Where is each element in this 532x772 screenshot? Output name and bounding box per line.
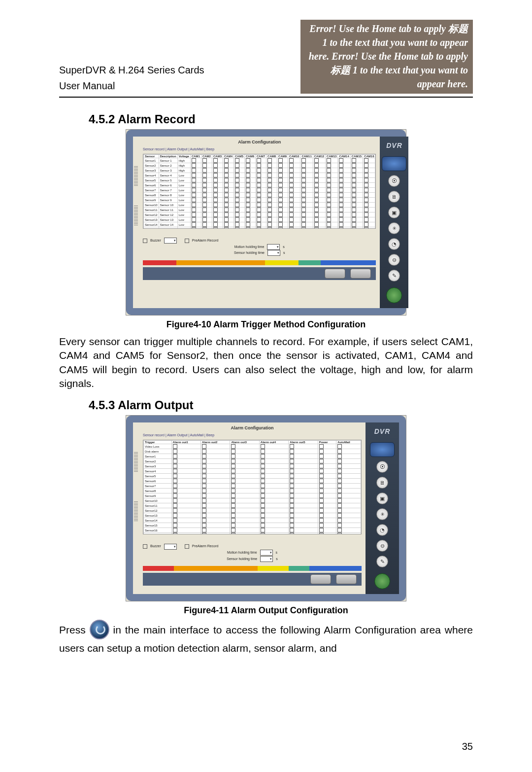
cancel-button[interactable] [336,574,357,584]
table-row[interactable]: Sensor9 [144,493,361,498]
dialog-button-bar [143,267,376,280]
error-banner: Error! Use the Home tab to apply 标题 1 to… [300,20,473,94]
table-row[interactable]: Sensor16 [144,528,361,533]
resize-handle-icon [134,501,138,521]
table-row[interactable]: Sensor8Sensor 8Low [144,193,375,198]
settings-icon[interactable]: ✳ [376,508,388,520]
body-paragraph-1: Every sensor can trigger multiple channe… [59,335,473,390]
section-heading-alarm-output: 4.5.3 Alarm Output [89,398,473,412]
table-row[interactable]: Sensor10 [144,498,361,503]
table-row[interactable]: Video Loss [144,444,361,449]
trigger-table[interactable]: TriggerAlarm out1Alarm out2 Alarm out3Al… [143,440,362,534]
table-row[interactable]: Sensor15Sensor 15Low [144,227,375,229]
motion-hold-dropdown[interactable] [267,244,280,250]
table-row[interactable]: Sensor2 [144,459,361,464]
settings-icon[interactable]: ✳ [388,222,400,234]
table-row[interactable]: Sensor3Sensor 3High [144,168,375,173]
figure-4-10-caption: Figure4-10 Alarm Trigger Method Configur… [59,319,473,330]
config-tabs[interactable]: Sensor record | Alarm Output | AutoMail … [143,147,376,151]
table-row[interactable]: Sensor2Sensor 2High [144,163,375,168]
table-row[interactable]: Sensor12 [144,508,361,513]
playback-icon[interactable]: ▣ [376,492,388,504]
play-button[interactable] [374,573,390,589]
table-row[interactable]: Disk alarm [144,449,361,454]
tools-icon[interactable]: ✎ [376,556,388,567]
table-row[interactable]: Sensor1Sensor 1High [144,158,375,163]
table-row[interactable]: Motion1 [144,533,361,535]
table-row[interactable]: Sensor4Sensor 4Low [144,173,375,178]
clock-display [370,442,395,457]
clock-display [382,156,406,171]
dvr-logo: DVR [374,427,391,435]
table-row[interactable]: Sensor6 [144,479,361,484]
alarm-icon[interactable]: ◔ [376,524,388,536]
table-row[interactable]: Sensor3 [144,464,361,469]
buzzer-checkbox[interactable] [143,239,147,243]
header-left: SuperDVR & H.264 Series Cards User Manua… [59,62,300,94]
play-button[interactable] [386,287,402,303]
press-text-post: in the main interface to access the foll… [59,624,473,654]
dialog-button-bar [143,573,362,586]
table-row[interactable]: Sensor5 [144,474,361,479]
ok-button[interactable] [310,574,331,584]
table-row[interactable]: Sensor15 [144,523,361,528]
prealarm-label: PreAlarm Record [192,238,219,244]
figure-4-10: Alarm Configuration Sensor record | Alar… [126,129,406,316]
schedule-icon[interactable]: 🗎 [376,477,388,489]
buzzer-dropdown[interactable] [164,544,177,550]
buzzer-checkbox[interactable] [143,544,147,549]
sensor-hold-label: Sensor holding time [234,250,265,256]
table-row[interactable]: Sensor8 [144,489,361,493]
table-row[interactable]: Sensor7 [144,484,361,489]
schedule-icon[interactable]: 🗎 [388,191,400,203]
figure-4-11: Alarm Configuration Sensor record | Alar… [126,415,406,601]
section-heading-alarm-record: 4.5.2 Alarm Record [89,112,473,126]
doc-type: User Manual [59,78,300,94]
user-icon[interactable]: ⊖ [376,540,388,552]
table-row[interactable]: Sensor14 [144,518,361,523]
dialog-title: Alarm Configuration [143,425,362,430]
buzzer-label: Buzzer [150,543,161,550]
user-icon[interactable]: ⊖ [388,254,400,266]
table-row[interactable]: Sensor4 [144,469,361,474]
table-header-row: SensorDescriptionVoltage CAM1CAM2CAM3 CA… [144,155,375,158]
alarm-icon[interactable]: ◔ [388,238,400,250]
table-row[interactable]: Sensor10Sensor 10Low [144,203,375,208]
table-row[interactable]: Sensor14Sensor 14Low [144,222,375,227]
ok-button[interactable] [325,269,345,279]
prealarm-checkbox[interactable] [185,239,189,243]
tools-icon[interactable]: ✎ [388,270,400,281]
prealarm-checkbox[interactable] [185,544,189,549]
table-row[interactable]: Sensor13Sensor 13Low [144,217,375,222]
buzzer-dropdown[interactable] [164,238,177,244]
alarm-config-icon[interactable] [90,620,109,639]
resize-handle-icon [134,452,138,472]
motion-hold-dropdown[interactable] [260,550,273,556]
config-tabs[interactable]: Sensor record | Alarm Output | AutoMail … [143,433,362,437]
cancel-button[interactable] [350,269,371,279]
playback-icon[interactable]: ▣ [388,207,400,218]
sensor-hold-label: Sensor holding time [227,556,257,562]
sensor-table[interactable]: SensorDescriptionVoltage CAM1CAM2CAM3 CA… [143,154,376,229]
dvr-side-panel: DVR ⦿ 🗎 ▣ ✳ ◔ ⊖ ✎ [380,137,408,308]
table-row[interactable]: Sensor7Sensor 7Low [144,188,375,193]
table-row[interactable]: Sensor6Sensor 6Low [144,183,375,188]
press-text-pre: Press [59,624,90,635]
table-row[interactable]: Sensor1 [144,454,361,459]
channel-status-strip [143,566,362,571]
record-icon[interactable]: ⦿ [376,461,388,473]
table-row[interactable]: Sensor11Sensor 11Low [144,208,375,212]
table-row[interactable]: Sensor11 [144,503,361,508]
sensor-hold-dropdown[interactable] [267,250,280,256]
record-icon[interactable]: ⦿ [388,175,400,187]
dialog-title: Alarm Configuration [143,140,376,144]
table-row[interactable]: Sensor9Sensor 9Low [144,198,375,203]
table-row[interactable]: Sensor12Sensor 12Low [144,212,375,217]
table-row[interactable]: Sensor13 [144,513,361,518]
page-number: 35 [462,741,473,752]
sensor-hold-dropdown[interactable] [260,556,273,562]
prealarm-label: PreAlarm Record [192,543,219,550]
header-rule [59,97,473,98]
motion-hold-label: Motion holding time [234,244,265,250]
table-row[interactable]: Sensor5Sensor 5Low [144,178,375,183]
